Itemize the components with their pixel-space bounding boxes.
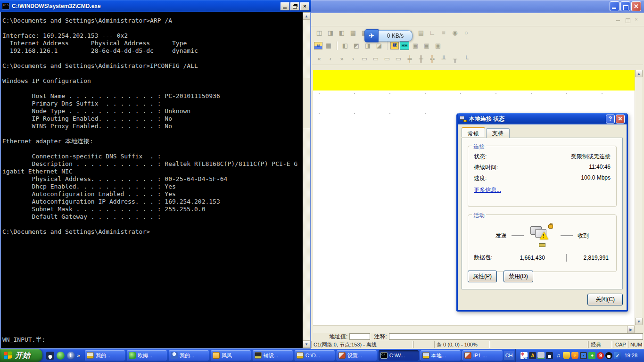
app-close-button[interactable]: ✕	[631, 1, 641, 11]
taskbar-button[interactable]: 凤凤	[211, 350, 251, 361]
app-restore-button[interactable]	[620, 1, 630, 11]
comment-input[interactable]	[389, 333, 643, 340]
scroll-down-icon[interactable]: ▼	[303, 340, 310, 348]
language-indicator[interactable]: CH	[504, 351, 514, 360]
mdi-minimize-button[interactable]	[614, 16, 622, 23]
cmd-titlebar[interactable]: C:\WINDOWS\system32\CMD.exe ×	[0, 0, 311, 12]
browser-quicklaunch-icon[interactable]	[57, 352, 65, 360]
toolbar-button-icon[interactable]: ∟	[427, 28, 438, 38]
disable-button[interactable]: 禁用(D)	[504, 271, 533, 282]
toolbar-button-icon[interactable]: ‹	[325, 54, 336, 63]
keyboard-tray-icon[interactable]	[537, 352, 545, 359]
mdi-restore-button[interactable]	[623, 16, 631, 23]
updater-icon[interactable]: +	[588, 352, 595, 359]
toolbar-button-icon[interactable]: ▭	[359, 54, 370, 63]
clock[interactable]: 19:28	[622, 353, 640, 358]
more-info-link[interactable]: 更多信息...	[474, 186, 501, 194]
toolbar-button-icon[interactable]: ╬	[427, 54, 438, 63]
console-line: Host Name . . . . . . . . . . . . : PC-2…	[2, 92, 303, 100]
toolbar-button-icon[interactable]: «	[314, 54, 324, 63]
toolbar-stack-icon[interactable]: ≋	[314, 42, 322, 49]
close-button[interactable]: 关闭(C)	[587, 294, 623, 305]
properties-button[interactable]: 属性(P)	[468, 271, 497, 282]
dialog-help-button[interactable]: ?	[606, 115, 615, 123]
start-button[interactable]: 开始	[0, 349, 42, 362]
console-line	[2, 130, 303, 138]
console-output[interactable]: C:\Documents and Settings\Administrator>…	[1, 12, 303, 348]
scroll-up-icon[interactable]: ▲	[303, 12, 310, 20]
toolbar-button-icon[interactable]: ▭	[371, 54, 381, 63]
toolbar-button-icon[interactable]: └	[461, 54, 471, 63]
taskbar-button[interactable]: C:\D...	[295, 350, 335, 361]
toolbar-button-icon[interactable]: ▦	[348, 28, 358, 38]
toolbar-button-icon[interactable]: ▣	[433, 41, 443, 50]
toolbar-grid-icon[interactable]: ▦	[323, 41, 334, 50]
toolbar-button-icon[interactable]: ╫	[416, 54, 426, 63]
taskbar-button[interactable]: 本地...	[421, 350, 461, 361]
cmd-minimize-button[interactable]	[281, 2, 289, 10]
taskbar-button[interactable]: 欧姆...	[127, 350, 167, 361]
netspeed-widget[interactable]: ✈ 0 KB/s	[364, 29, 413, 42]
ime-cn-icon[interactable]: 中cn	[520, 352, 528, 359]
qq-quicklaunch-icon[interactable]	[46, 352, 54, 360]
toolbar-button-icon[interactable]: ≡	[438, 28, 449, 38]
dialog-close-icon[interactable]: ✕	[616, 115, 625, 123]
toolbar-button-icon[interactable]: ▤	[416, 28, 426, 38]
dove-icon[interactable]: ✈	[364, 29, 379, 42]
app-vertical-scrollbar[interactable]: ▲ ▼	[635, 70, 642, 325]
taskbar-button[interactable]: 铺设...	[253, 350, 293, 361]
antivirus-check-icon[interactable]: ✓	[614, 352, 621, 359]
mdi-close-button[interactable]: ×	[632, 16, 640, 23]
scroll-right-icon[interactable]: ▶	[627, 326, 635, 333]
tab-support[interactable]: 支持	[486, 128, 510, 138]
cmd-scrollbar[interactable]: ▲ ▼	[303, 12, 310, 348]
security-shield-icon[interactable]	[563, 352, 570, 359]
scroll-up-icon[interactable]: ▲	[635, 70, 643, 77]
tab-general[interactable]: 常规	[462, 127, 485, 137]
red-badge-icon[interactable]: 9	[597, 352, 604, 359]
optimizer-shield-icon[interactable]: ⚡	[571, 352, 578, 359]
plc-app-titlebar[interactable]: ✕	[311, 0, 644, 13]
toolbar-rack-icon[interactable]: 䦃	[390, 42, 399, 49]
scrollbar-thumb[interactable]	[303, 78, 310, 128]
taskbar-button[interactable]: C:\W...	[379, 350, 419, 361]
toolbar-button-icon[interactable]: ▣	[421, 41, 432, 50]
toolbar-button-icon[interactable]: ╥	[450, 54, 460, 63]
dialog-titlebar[interactable]: 本地连接 状态 ? ✕	[458, 113, 627, 124]
toolbar-button-icon[interactable]: ◩	[351, 41, 362, 50]
toolbar-button-icon[interactable]: ○	[461, 28, 471, 38]
address-value-input[interactable]	[349, 333, 370, 340]
taskbar-button[interactable]: 我的...	[169, 350, 209, 361]
qq-tray-icon[interactable]	[605, 352, 612, 359]
toolbar-button-icon[interactable]: ›	[348, 54, 358, 63]
toolbar-button-icon[interactable]: ◧	[337, 28, 347, 38]
network-monitor-icon[interactable]	[580, 352, 587, 359]
toolbar-button-icon[interactable]: ◫	[314, 28, 324, 38]
duration-key: 持续时间:	[474, 164, 498, 172]
console-line: Dhcp Enabled. . . . . . . . . . . : Yes	[2, 183, 303, 190]
toolbar-button-icon[interactable]: ◉	[450, 28, 460, 38]
taskbar-button[interactable]: 设置...	[337, 350, 377, 361]
toolbar-button-icon[interactable]: ╪	[405, 54, 415, 63]
app-horizontal-scrollbar[interactable]: ▶	[313, 325, 635, 333]
cmd-close-button[interactable]: ×	[300, 2, 309, 10]
toolbar-button-icon[interactable]: ◨	[325, 28, 336, 38]
cmd-restore-button[interactable]	[290, 2, 299, 10]
toolbar-button-icon[interactable]: ╨	[438, 54, 449, 63]
toolbar-button-icon[interactable]: ▭	[382, 54, 392, 63]
toolbar-hh-icon[interactable]: HH	[400, 41, 409, 50]
font-tool-icon[interactable]: A	[529, 352, 536, 359]
volume-icon[interactable]: ♫	[554, 352, 561, 359]
scroll-down-icon[interactable]: ▼	[635, 318, 643, 325]
anchor-quicklaunch-icon[interactable]	[67, 352, 75, 360]
grid-dots	[313, 93, 635, 93]
toolbar-button-icon[interactable]: »	[337, 54, 347, 63]
toolbar-button-icon[interactable]: ▭	[393, 54, 404, 63]
printer-icon	[87, 352, 94, 359]
quicklaunch-overflow-chevron[interactable]: »	[77, 353, 80, 358]
app-minimize-button[interactable]	[610, 1, 619, 11]
taskbar-button[interactable]: 我的...	[85, 350, 125, 361]
taskbar-button[interactable]: IP1 ...	[462, 350, 503, 361]
toolbar-button-icon[interactable]: ◧	[340, 41, 350, 50]
penguin-tray-icon[interactable]	[546, 352, 553, 359]
